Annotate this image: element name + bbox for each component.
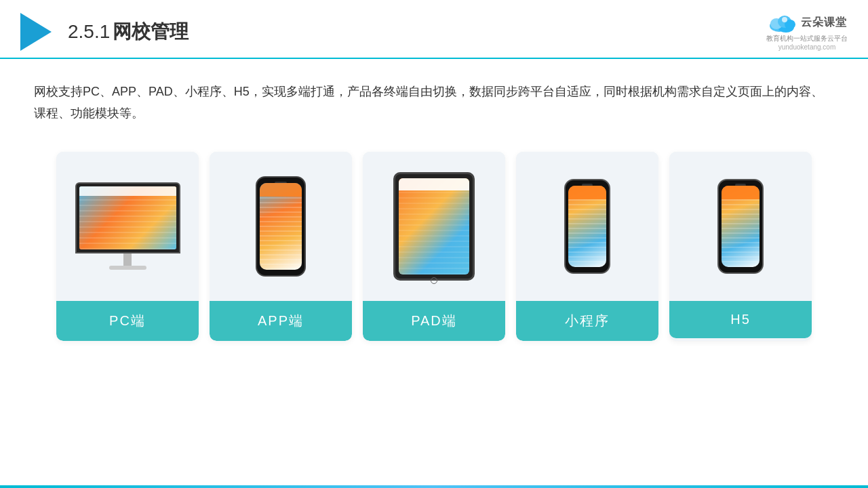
monitor-mockup xyxy=(75,182,180,270)
logo-text: 云朵课堂 xyxy=(801,16,847,30)
phone-mockup-mini xyxy=(564,179,610,274)
phone-mockup-h5 xyxy=(717,179,764,274)
phone-mockup-app xyxy=(256,176,306,277)
svg-point-5 xyxy=(782,17,787,22)
play-icon xyxy=(20,13,52,51)
card-h5-label: H5 xyxy=(669,301,812,338)
card-pad-image xyxy=(363,152,505,301)
header-left: 2.5.1网校管理 xyxy=(20,13,189,51)
logo-tagline: 教育机构一站式服务云平台 xyxy=(766,34,848,43)
description-text: 网校支持PC、APP、PAD、小程序、H5，实现多端打通，产品各终端自由切换，数… xyxy=(0,59,868,138)
card-app: APP端 xyxy=(210,152,352,341)
brand-logo: 云朵课堂 教育机构一站式服务云平台 yunduoketang.com xyxy=(766,12,848,51)
monitor-base xyxy=(109,266,146,270)
tablet-screen xyxy=(399,178,469,274)
card-miniprogram-label: 小程序 xyxy=(516,301,658,341)
bottom-decoration-line xyxy=(0,485,868,488)
phone-screen-h5 xyxy=(722,186,760,267)
logo-cloud-row: 云朵课堂 xyxy=(767,12,847,33)
card-miniprogram: 小程序 xyxy=(516,152,658,341)
phone-screen-app xyxy=(260,183,302,270)
tablet-home-button xyxy=(431,277,437,284)
page-header: 2.5.1网校管理 云朵课堂 教育机构一站式服务云平台 yunduoketang… xyxy=(0,0,868,59)
card-app-image xyxy=(210,152,352,301)
monitor-screen-inner xyxy=(79,186,176,249)
phone-screen-mini xyxy=(568,186,606,267)
card-h5: H5 xyxy=(669,152,812,341)
card-pad: PAD端 xyxy=(363,152,505,341)
tablet-mockup xyxy=(393,172,475,281)
monitor-stand xyxy=(123,253,132,266)
card-pc-image xyxy=(56,152,199,301)
card-app-label: APP端 xyxy=(210,301,352,341)
monitor-screen-outer xyxy=(75,182,180,253)
card-pc-label: PC端 xyxy=(56,301,199,341)
card-pad-label: PAD端 xyxy=(363,301,505,341)
card-pc: PC端 xyxy=(56,152,199,341)
card-h5-image xyxy=(669,152,812,301)
page-title: 2.5.1网校管理 xyxy=(68,19,189,45)
cloud-icon xyxy=(767,12,797,33)
device-cards-container: PC端 APP端 PAD端 小程序 xyxy=(0,138,868,361)
card-miniprogram-image xyxy=(516,152,658,301)
logo-url: yunduoketang.com xyxy=(778,43,836,51)
